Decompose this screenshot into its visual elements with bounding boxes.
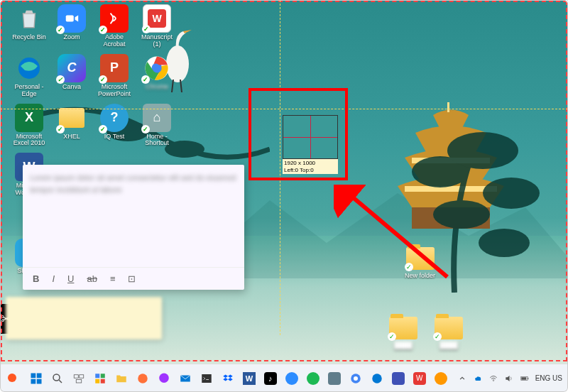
sync-badge-icon: ✓: [141, 75, 150, 84]
capture-position: Left:0 Top:0: [284, 167, 337, 174]
sync-badge-icon: ✓: [142, 25, 151, 33]
desktop-icon-iqtest[interactable]: ?✓IQ Test: [95, 104, 133, 148]
sync-badge-icon: ✓: [56, 125, 65, 134]
firefox-button[interactable]: [134, 370, 151, 387]
sticky-note[interactable]: Lorem ipsum dolor sit amet consectetur e…: [23, 165, 244, 290]
desktop-icon-manuscript[interactable]: W✓Manuscript (1): [138, 4, 176, 48]
svg-rect-18: [31, 379, 36, 383]
dropbox-button[interactable]: [219, 370, 236, 387]
tray-chevron-icon[interactable]: [457, 374, 467, 383]
desktop-icon-canva[interactable]: C✓Canva: [53, 54, 91, 98]
svg-point-20: [53, 374, 60, 381]
volume-icon[interactable]: [504, 374, 514, 383]
sync-badge-icon: ✓: [141, 125, 150, 134]
language-indicator[interactable]: ENG US: [535, 374, 562, 382]
wps-button[interactable]: W: [411, 370, 428, 387]
desktop-icon-zoom[interactable]: ✓Zoom: [53, 4, 91, 48]
spotify-button[interactable]: [305, 370, 322, 387]
capture-dimensions: 1920 x 1000: [284, 160, 337, 167]
capture-magnifier: [283, 115, 338, 159]
desktop-icon-home[interactable]: ⌂✓Home - Shortcut: [138, 104, 176, 148]
desktop-icon-edge[interactable]: Personal - Edge: [10, 54, 48, 98]
folder-label: ████: [439, 342, 458, 349]
word-button[interactable]: W: [241, 370, 258, 387]
messenger-button[interactable]: [155, 370, 173, 387]
sticky-note-toolbar: B I U ab ≡ ⊡: [23, 267, 244, 290]
svg-point-29: [138, 374, 148, 383]
sync-badge-icon: ✓: [99, 75, 107, 84]
explorer-button[interactable]: [113, 370, 130, 387]
svg-rect-26: [101, 374, 105, 378]
desktop-wallpaper: Recycle Bin ✓Zoom ✓Adobe Acrobat W✓Manus…: [0, 0, 568, 364]
svg-line-21: [59, 380, 62, 383]
svg-point-15: [8, 374, 16, 382]
search-button[interactable]: [49, 370, 66, 387]
mail-button[interactable]: [177, 370, 194, 387]
icon-label: IQ Test: [104, 134, 124, 141]
list-button[interactable]: ≡: [110, 273, 116, 284]
onedrive-icon[interactable]: [473, 374, 483, 383]
svg-line-14: [348, 193, 447, 277]
desktop-folder-3[interactable]: ✓████: [435, 317, 463, 349]
battery-icon[interactable]: [520, 374, 530, 383]
svg-rect-28: [101, 379, 105, 383]
taskbar: W ♪ W ENG US: [0, 364, 568, 392]
sync-badge-icon: ✓: [99, 125, 107, 134]
desktop-icon-xhel-folder[interactable]: ✓XHEL: [53, 104, 91, 148]
icon-label: Recycle Bin: [12, 34, 46, 41]
svg-point-30: [159, 373, 169, 383]
sync-badge-icon: ✓: [433, 332, 442, 341]
strike-button[interactable]: ab: [87, 273, 97, 284]
tutorial-arrow: [334, 185, 462, 291]
bold-button[interactable]: B: [33, 273, 39, 284]
widgets-button[interactable]: [92, 370, 109, 387]
sync-badge-icon: ✓: [99, 26, 107, 34]
tiktok-button[interactable]: ♪: [262, 370, 279, 387]
svg-point-36: [493, 380, 493, 381]
sync-badge-icon: ✓: [56, 26, 65, 34]
image-button[interactable]: ⊡: [128, 273, 136, 284]
app-button-1[interactable]: [326, 370, 343, 387]
desktop-icon-recyclebin[interactable]: Recycle Bin: [10, 4, 48, 48]
zoom-button[interactable]: [283, 370, 300, 387]
wifi-icon[interactable]: [488, 374, 498, 383]
tooltip-popup: [6, 297, 162, 339]
svg-point-3: [447, 132, 518, 169]
taskbar-apps: W ♪ W: [20, 370, 457, 387]
svg-point-35: [372, 374, 382, 383]
icon-label: Home - Shortcut: [138, 134, 176, 148]
desktop-icon-powerpoint[interactable]: P✓Microsoft PowerPoint: [95, 54, 133, 98]
system-tray: ENG US: [457, 374, 562, 383]
chrome-button[interactable]: [347, 370, 364, 387]
desktop-icon-chrome[interactable]: ✓Chrome: [138, 54, 176, 98]
taskview-button[interactable]: [70, 370, 87, 387]
svg-rect-10: [66, 15, 74, 21]
desktop-icon-excel[interactable]: XMicrosoft Excel 2010: [10, 104, 48, 148]
icon-label: Chrome: [146, 84, 168, 91]
sync-badge-icon: ✓: [388, 332, 396, 341]
italic-button[interactable]: I: [52, 273, 55, 284]
desktop-icon-acrobat[interactable]: ✓Adobe Acrobat: [95, 4, 133, 48]
terminal-button[interactable]: [198, 370, 215, 387]
svg-rect-17: [37, 373, 42, 378]
sticky-note-body[interactable]: Lorem ipsum dolor sit amet consectetur e…: [23, 165, 244, 267]
underline-button[interactable]: U: [67, 273, 74, 284]
edge-button[interactable]: [368, 370, 386, 387]
svg-rect-23: [80, 374, 84, 378]
svg-rect-19: [37, 379, 42, 383]
svg-rect-27: [95, 379, 99, 383]
app-button-2[interactable]: [390, 370, 407, 387]
icon-label: Microsoft PowerPoint: [95, 84, 133, 98]
svg-rect-25: [95, 374, 99, 378]
sync-badge-icon: ✓: [56, 75, 65, 84]
desktop-folder-2[interactable]: ✓████: [389, 317, 417, 349]
icon-label: Personal - Edge: [10, 84, 48, 98]
svg-rect-16: [31, 373, 36, 378]
taskbar-weather-widget[interactable]: [6, 371, 20, 386]
capture-crosshair-horizontal: [0, 109, 568, 109]
svg-rect-39: [521, 377, 526, 380]
folder-label: ████: [394, 342, 413, 349]
app-button-3[interactable]: [432, 370, 449, 387]
start-button[interactable]: [28, 370, 45, 387]
icon-label: Manuscript (1): [138, 34, 176, 48]
